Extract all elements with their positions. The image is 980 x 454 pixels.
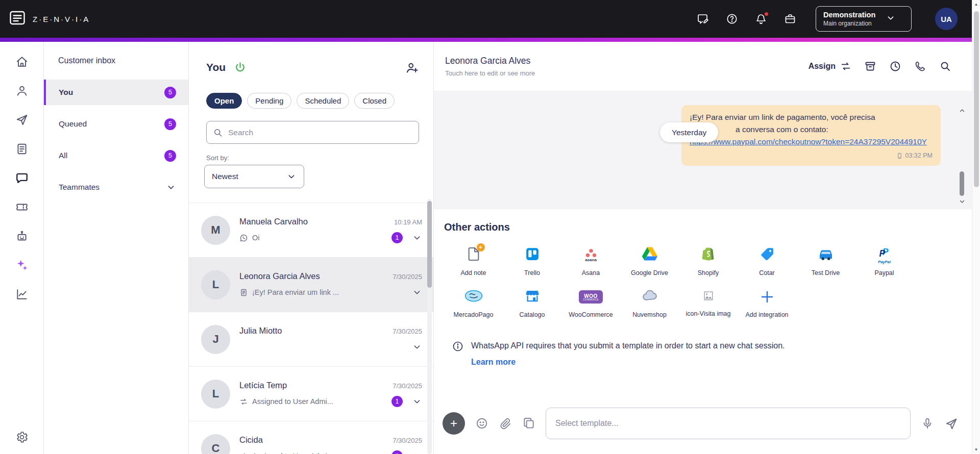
organization-selector[interactable]: Demonstration Main organization [816, 6, 912, 31]
list-scrollbar-thumb[interactable] [427, 201, 432, 288]
scroll-down-icon[interactable]: ▼ [972, 447, 980, 452]
sidebar-item-you[interactable]: You 5 [44, 80, 188, 105]
sort-select[interactable]: Newest [204, 165, 304, 188]
content-doc-icon[interactable] [15, 142, 29, 156]
emoji-icon[interactable] [475, 417, 488, 430]
scroll-up-icon[interactable]: ▲ [972, 2, 980, 7]
filter-chip-pending[interactable]: Pending [247, 93, 291, 109]
conversation-row[interactable]: L Letícia Temp 7/30/2025 Assigned to Use… [189, 366, 433, 421]
tickets-icon[interactable] [15, 200, 29, 214]
add-action-button[interactable]: + [443, 412, 465, 435]
conversation-row[interactable]: C Cicida 7/30/2025 Assigned to User Admi… [189, 421, 433, 454]
organization-subtitle: Main organization [823, 20, 875, 28]
briefcase-icon[interactable] [784, 13, 796, 25]
microphone-icon[interactable] [921, 417, 934, 430]
payment-link[interactable]: https://www.paypal.com/checkoutnow?token… [690, 137, 927, 146]
filter-chip-closed[interactable]: Closed [354, 93, 395, 109]
action-mercadopago[interactable]: MercadoPago [444, 285, 503, 319]
action-asana[interactable]: asana Asana [561, 243, 620, 277]
chat-contact-subtitle[interactable]: Touch here to edit or see more [445, 69, 535, 77]
action-label: Asana [582, 269, 600, 277]
attachment-paperclip-icon[interactable] [499, 417, 512, 430]
conversation-list-panel: You Open Pending Scheduled Closed Sort [189, 42, 434, 454]
notifications-bell-icon[interactable] [755, 13, 767, 25]
zenvia-logo-icon [8, 9, 27, 29]
archive-icon[interactable] [864, 60, 876, 72]
sidebar-item-queued[interactable]: Queued 5 [44, 111, 188, 137]
chevron-down-icon [886, 13, 896, 25]
chevron-down-icon[interactable] [412, 396, 422, 407]
assign-button[interactable]: Assign [808, 61, 851, 72]
action-paypal[interactable]: PP PayPal Paypal [855, 243, 914, 277]
learn-more-link[interactable]: Learn more [471, 358, 785, 367]
phone-icon[interactable] [914, 60, 926, 72]
message-time: 03:32 PM [905, 151, 933, 161]
scroll-up-icon[interactable] [959, 107, 966, 114]
timestamp: 7/30/2025 [393, 327, 422, 335]
conversation-row[interactable]: M Manuela Carvalho 10:19 AM Oi 1 [189, 203, 433, 257]
woocommerce-icon: WOO COMMERCE [579, 290, 603, 304]
action-trello[interactable]: Trello [503, 243, 561, 277]
compose-chat-icon[interactable] [697, 13, 709, 25]
inbox-title: Customer inbox [58, 56, 188, 65]
timestamp: 7/30/2025 [393, 437, 422, 444]
chats-icon[interactable] [15, 171, 29, 185]
action-catalogo[interactable]: Catalogo [503, 285, 561, 319]
search-icon[interactable] [939, 60, 951, 72]
count-badge: 5 [164, 150, 176, 162]
action-label: Add integration [745, 311, 788, 319]
sidebar-item-teammates[interactable]: Teammates [44, 174, 188, 200]
chevron-down-icon[interactable] [412, 287, 422, 297]
chat-scrollbar-thumb[interactable] [960, 171, 964, 196]
plus-icon: + [477, 243, 485, 251]
chevron-down-icon[interactable] [412, 342, 422, 352]
action-nuvemshop[interactable]: Nuvemshop [620, 285, 679, 319]
sidebar-item-all[interactable]: All 5 [44, 143, 188, 168]
add-contact-icon[interactable] [405, 61, 419, 74]
inbox-sidebar: Customer inbox You 5 Queued 5 All 5 Team… [44, 42, 189, 454]
sidebar-item-label: Teammates [59, 183, 100, 192]
chevron-down-icon[interactable] [412, 233, 422, 243]
settings-gear-icon[interactable] [15, 431, 29, 444]
action-woocommerce[interactable]: WOO COMMERCE WooCommerce [561, 285, 620, 319]
conversation-row[interactable]: J Julia Miotto 7/30/2025 [189, 312, 433, 366]
chevron-down-icon[interactable] [412, 451, 422, 454]
availability-power-icon[interactable] [234, 61, 247, 74]
template-select-input[interactable] [546, 408, 911, 439]
action-shopify[interactable]: Shopify [679, 243, 738, 277]
ai-sparkles-icon[interactable] [15, 259, 29, 272]
action-add-note[interactable]: + Add note [444, 243, 503, 277]
count-badge: 5 [164, 118, 176, 130]
avatar: J [201, 325, 230, 354]
window-scrollbar-thumb[interactable] [974, 11, 979, 187]
trello-icon [525, 246, 540, 264]
sort-value: Newest [212, 172, 238, 181]
send-icon[interactable] [944, 417, 958, 430]
mobile-device-icon [896, 153, 903, 159]
message-bubble: ¡Ey! Para enviar um link de pagamento, v… [681, 105, 941, 166]
analytics-icon[interactable] [15, 288, 29, 301]
avatar: M [201, 216, 230, 245]
scroll-down-icon[interactable] [959, 198, 966, 205]
user-avatar[interactable]: UA [935, 8, 958, 30]
history-clock-icon[interactable] [889, 60, 901, 72]
broadcast-send-icon[interactable] [15, 113, 29, 127]
action-broken-image[interactable]: icon-Visita imag [679, 285, 738, 319]
conversation-row-selected[interactable]: L Leonora Garcia Alves 7/30/2025 ¡Ey! Pa… [189, 257, 433, 312]
home-icon[interactable] [15, 55, 29, 68]
filter-chip-open[interactable]: Open [206, 93, 242, 109]
plus-icon [760, 289, 775, 305]
asana-icon: asana [584, 248, 598, 262]
filter-chip-scheduled[interactable]: Scheduled [297, 93, 349, 109]
action-add-integration[interactable]: Add integration [738, 285, 796, 319]
message-text-line2: a conversa com o contato: [690, 123, 933, 136]
contacts-icon[interactable] [15, 84, 29, 97]
help-icon[interactable] [726, 13, 738, 25]
action-test-drive[interactable]: Test Drive [796, 243, 855, 277]
count-badge: 5 [164, 87, 176, 98]
template-icon[interactable] [522, 417, 535, 430]
bot-icon[interactable] [15, 230, 29, 243]
search-input[interactable] [228, 128, 412, 137]
action-google-drive[interactable]: Google Drive [620, 243, 679, 277]
action-cotar[interactable]: Cotar [738, 243, 796, 277]
